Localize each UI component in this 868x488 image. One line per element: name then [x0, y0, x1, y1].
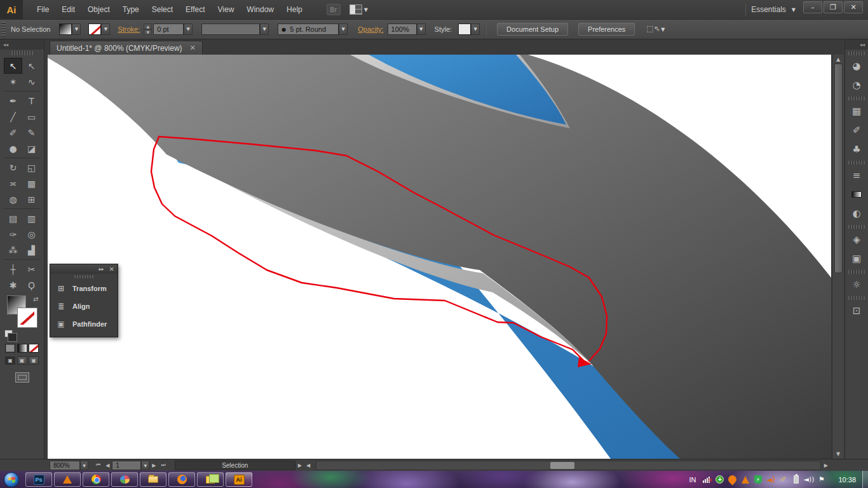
- draw-normal-button[interactable]: ▣: [5, 356, 15, 365]
- scroll-up-icon[interactable]: ▲: [834, 57, 842, 62]
- menu-type[interactable]: Type: [116, 0, 146, 19]
- arrange-documents-arrow-icon[interactable]: ▼: [364, 7, 368, 13]
- brush-definition-field[interactable]: ● 5 pt. Round: [278, 24, 339, 35]
- stroke-weight-arrow-icon[interactable]: ▼: [184, 24, 193, 35]
- tool-selection[interactable]: ↖: [4, 58, 22, 74]
- dock-grip[interactable]: [848, 161, 865, 165]
- scroll-left-icon[interactable]: ◀: [304, 463, 312, 468]
- opacity-field[interactable]: 100%: [388, 24, 417, 35]
- preferences-button[interactable]: Preferences: [578, 23, 635, 36]
- workspace-arrow-icon[interactable]: ▼: [792, 7, 796, 13]
- color-panel-icon[interactable]: ◕: [845, 57, 868, 76]
- panel-item-align[interactable]: ≣ Align: [50, 297, 118, 315]
- opacity-arrow-icon[interactable]: ▼: [417, 24, 426, 35]
- select-similar-objects-icon[interactable]: ⬚⇖: [646, 24, 659, 34]
- last-artboard-icon[interactable]: ⏭: [159, 462, 168, 468]
- taskbar-vlc-button[interactable]: [54, 472, 81, 487]
- menu-select[interactable]: Select: [146, 0, 179, 19]
- close-button[interactable]: ✕: [844, 1, 863, 13]
- style-arrow-icon[interactable]: ▼: [471, 24, 480, 35]
- default-fill-stroke-icon[interactable]: [4, 330, 13, 337]
- tool-paintbrush[interactable]: ✐: [4, 125, 22, 140]
- draw-behind-button[interactable]: ▣: [17, 356, 27, 365]
- swap-fill-stroke-icon[interactable]: ⇄: [33, 295, 38, 302]
- tool-zoom[interactable]: Ϙ: [22, 277, 41, 293]
- stroke-color-swatch[interactable]: [88, 24, 101, 35]
- menu-object[interactable]: Object: [81, 0, 116, 19]
- variable-width-profile-field[interactable]: [201, 24, 260, 35]
- minimize-button[interactable]: –: [803, 1, 822, 13]
- stroke-weight-field[interactable]: 0 pt: [153, 24, 184, 35]
- appearance-panel-icon[interactable]: ☼: [845, 275, 868, 294]
- vlc-tray-icon[interactable]: [740, 475, 750, 484]
- opacity-panel-link[interactable]: Opacity:: [358, 25, 383, 33]
- artboard-canvas[interactable]: [48, 55, 831, 459]
- swatches-panel-icon[interactable]: ▦: [845, 102, 868, 121]
- panel-expand-icon[interactable]: ▸▸: [99, 266, 104, 272]
- dock-collapse-button[interactable]: ◂◂: [845, 39, 868, 50]
- document-setup-button[interactable]: Document Setup: [497, 23, 568, 36]
- taskbar-illustrator-button[interactable]: Ai: [226, 472, 252, 487]
- tool-eyedropper[interactable]: ✑: [4, 226, 22, 242]
- stroke-chip[interactable]: [18, 308, 37, 327]
- tool-rotate[interactable]: ↻: [4, 159, 22, 175]
- document-tab[interactable]: Untitled-1* @ 800% (CMYK/Preview) ✕: [50, 41, 203, 55]
- tool-line-segment[interactable]: ╱: [4, 109, 22, 125]
- color-button[interactable]: [5, 344, 15, 353]
- stroke-color-arrow-icon[interactable]: ▼: [101, 24, 110, 35]
- security-icon[interactable]: ⚡: [753, 475, 763, 484]
- horizontal-scroll-thumb[interactable]: [550, 462, 574, 469]
- tools-grip[interactable]: [11, 51, 33, 55]
- prev-artboard-icon[interactable]: ◀: [103, 463, 112, 468]
- floating-panel[interactable]: ▸▸ ✕ ⊞ Transform ≣ Align ▣ Pathfinder: [50, 264, 118, 337]
- tool-scale[interactable]: ◱: [22, 159, 41, 175]
- tool-shape-builder[interactable]: ◍: [4, 191, 22, 207]
- transparency-panel-icon[interactable]: ◐: [845, 204, 868, 223]
- status-display[interactable]: Selection: [175, 461, 295, 470]
- menu-view[interactable]: View: [212, 0, 241, 19]
- speaker-icon[interactable]: ◄)): [804, 475, 813, 484]
- brushes-panel-icon[interactable]: ✐: [845, 121, 868, 140]
- dock-grip[interactable]: [848, 270, 865, 274]
- brush-definition-arrow-icon[interactable]: ▼: [339, 24, 348, 35]
- update-icon[interactable]: +: [715, 475, 724, 484]
- first-artboard-icon[interactable]: ⏮: [93, 462, 103, 468]
- artboard-arrow-icon[interactable]: ▼: [141, 461, 149, 470]
- dock-grip[interactable]: [848, 296, 865, 300]
- select-similar-arrow-icon[interactable]: ▼: [661, 27, 665, 32]
- action-center-icon[interactable]: ⚑: [817, 475, 826, 484]
- tool-artboard[interactable]: ┼: [4, 261, 22, 277]
- stroke-panel-icon[interactable]: ≡: [845, 166, 868, 185]
- symbols-panel-icon[interactable]: ♣: [845, 140, 868, 159]
- menu-effect[interactable]: Effect: [179, 0, 211, 19]
- taskbar-pictures-button[interactable]: [197, 472, 224, 487]
- gradient-button[interactable]: [17, 344, 27, 353]
- tool-slice[interactable]: ✂: [22, 261, 41, 277]
- tool-perspective-grid[interactable]: ⊞: [22, 191, 41, 207]
- menu-file[interactable]: File: [31, 0, 55, 19]
- battery-icon[interactable]: [791, 475, 801, 484]
- stroke-weight-stepper[interactable]: ▲▼: [144, 24, 152, 35]
- tool-pencil[interactable]: ✎: [22, 125, 41, 140]
- vertical-scrollbar[interactable]: ▲ ▼: [832, 55, 844, 459]
- start-button[interactable]: [4, 472, 19, 487]
- next-artboard-icon[interactable]: ▶: [149, 463, 158, 468]
- zoom-arrow-icon[interactable]: ▼: [80, 461, 88, 470]
- none-button[interactable]: [29, 344, 39, 353]
- scroll-right-icon[interactable]: ▶: [822, 463, 830, 468]
- status-popup-icon[interactable]: ▶: [295, 463, 304, 468]
- panel-close-icon[interactable]: ✕: [109, 266, 114, 273]
- restore-button[interactable]: ❐: [824, 1, 843, 13]
- codec-icon[interactable]: ✐: [778, 475, 788, 484]
- panel-item-pathfinder[interactable]: ▣ Pathfinder: [50, 315, 118, 333]
- arrange-documents-icon[interactable]: [349, 4, 362, 15]
- workspace-switcher[interactable]: Essentials: [751, 5, 786, 14]
- tool-type[interactable]: T: [22, 93, 41, 109]
- taskbar-chrome-button[interactable]: [83, 472, 109, 487]
- layers-panel-icon[interactable]: ◈: [845, 230, 868, 249]
- tool-hand[interactable]: ✱: [4, 277, 22, 293]
- fill-color-swatch[interactable]: [59, 24, 72, 35]
- stroke-panel-link[interactable]: Stroke:: [118, 25, 140, 33]
- tool-eraser[interactable]: ◪: [22, 140, 41, 156]
- style-swatch[interactable]: [458, 24, 471, 35]
